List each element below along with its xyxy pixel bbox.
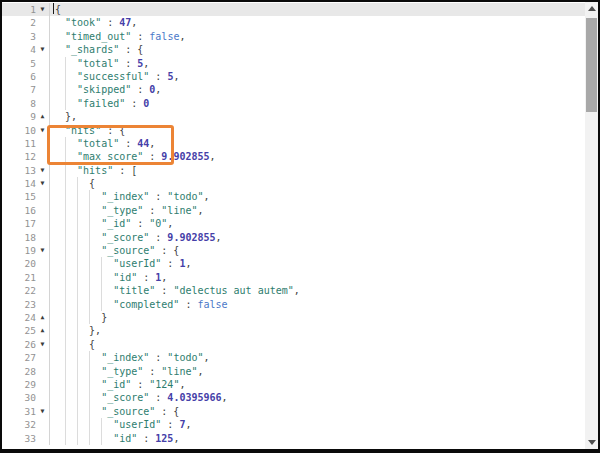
code-line-text[interactable]: "_shards" : { xyxy=(49,43,585,56)
line-number[interactable]: 30 xyxy=(2,391,36,404)
line-number[interactable]: 16 xyxy=(2,204,36,217)
indent-guide xyxy=(53,231,65,244)
fold-open-icon[interactable]: ▼ xyxy=(36,43,49,56)
fold-close-icon[interactable]: ▲ xyxy=(36,311,49,324)
token-key: "hits" xyxy=(77,165,113,176)
line-number[interactable]: 20 xyxy=(2,257,36,270)
line-number[interactable]: 25 xyxy=(2,324,36,337)
code-line-text[interactable]: "_score" : 4.0395966, xyxy=(49,391,585,404)
code-line-text[interactable]: "max_score" : 9.902855, xyxy=(49,150,585,163)
code-line-text[interactable]: "skipped" : 0, xyxy=(49,83,585,96)
fold-open-icon[interactable]: ▼ xyxy=(36,124,49,137)
fold-open-icon[interactable]: ▼ xyxy=(36,177,49,190)
line-number[interactable]: 15 xyxy=(2,190,36,203)
fold-open-icon[interactable]: ▼ xyxy=(36,164,49,177)
line-number[interactable]: 13 xyxy=(2,164,36,177)
token-kw: false xyxy=(149,31,179,42)
line-number[interactable]: 1 xyxy=(2,3,36,16)
code-line-text[interactable]: "_index" : "todo", xyxy=(49,351,585,364)
line-number[interactable]: 5 xyxy=(2,57,36,70)
code-line-text[interactable]: "_id" : "124", xyxy=(49,378,585,391)
line-number[interactable]: 27 xyxy=(2,351,36,364)
code-line-text[interactable]: "id" : 125, xyxy=(49,432,585,445)
code-line-text[interactable]: "_type" : "line", xyxy=(49,365,585,378)
line-number[interactable]: 17 xyxy=(2,217,36,230)
code-line-text[interactable]: "successful" : 5, xyxy=(49,70,585,83)
vertical-scrollbar[interactable] xyxy=(585,2,598,449)
token-punct: { xyxy=(89,178,95,189)
line-number[interactable]: 9 xyxy=(2,110,36,123)
line-number[interactable]: 14 xyxy=(2,177,36,190)
token-num: 125 xyxy=(155,433,173,444)
code-line-text[interactable]: "_id" : "0", xyxy=(49,217,585,230)
code-line-text[interactable]: "completed" : false xyxy=(49,298,585,311)
token-punct: : xyxy=(149,191,167,202)
line-number[interactable]: 7 xyxy=(2,83,36,96)
code-line-text[interactable]: "userId" : 7, xyxy=(49,418,585,431)
code-line-text[interactable]: "total" : 44, xyxy=(49,137,585,150)
code-area[interactable]: 1▼{2"took" : 47,3"timed_out" : false,4▼"… xyxy=(2,2,585,449)
line-number[interactable]: 6 xyxy=(2,70,36,83)
line-number[interactable]: 33 xyxy=(2,432,36,445)
line-number[interactable]: 3 xyxy=(2,30,36,43)
line-number[interactable]: 11 xyxy=(2,137,36,150)
code-line: 13▼"hits" : [ xyxy=(2,164,585,177)
scroll-up-button[interactable] xyxy=(585,2,598,15)
token-punct: , xyxy=(197,205,203,216)
text-caret xyxy=(53,3,54,14)
line-number[interactable]: 2 xyxy=(2,16,36,29)
code-line-text[interactable]: "timed_out" : false, xyxy=(49,30,585,43)
line-number[interactable]: 23 xyxy=(2,298,36,311)
code-line-text[interactable]: "id" : 1, xyxy=(49,271,585,284)
token-key: "_score" xyxy=(101,232,149,243)
indent-guide xyxy=(77,244,89,257)
line-number[interactable]: 4 xyxy=(2,43,36,56)
code-line-text[interactable]: }, xyxy=(49,324,585,337)
line-number[interactable]: 8 xyxy=(2,97,36,110)
code-line-text[interactable]: "userId" : 1, xyxy=(49,257,585,270)
token-str: "todo" xyxy=(167,191,203,202)
code-line-text[interactable]: { xyxy=(49,177,585,190)
code-line-text[interactable]: "title" : "delectus aut autem", xyxy=(49,284,585,297)
line-number[interactable]: 10 xyxy=(2,124,36,137)
line-number[interactable]: 29 xyxy=(2,378,36,391)
indent-guide xyxy=(65,177,77,190)
line-number[interactable]: 26 xyxy=(2,338,36,351)
line-number[interactable]: 31 xyxy=(2,405,36,418)
line-number[interactable]: 21 xyxy=(2,271,36,284)
fold-open-icon[interactable]: ▼ xyxy=(36,3,49,16)
code-line-text[interactable]: { xyxy=(49,3,585,16)
code-line-text[interactable]: "_source" : { xyxy=(49,405,585,418)
line-number[interactable]: 19 xyxy=(2,244,36,257)
line-number[interactable]: 12 xyxy=(2,150,36,163)
line-number[interactable]: 22 xyxy=(2,284,36,297)
scroll-down-button[interactable] xyxy=(585,436,598,449)
code-line: 3"timed_out" : false, xyxy=(2,30,585,43)
code-line-text[interactable]: "hits" : [ xyxy=(49,164,585,177)
code-line-text[interactable]: "total" : 5, xyxy=(49,57,585,70)
fold-open-icon[interactable]: ▼ xyxy=(36,405,49,418)
fold-open-icon[interactable]: ▼ xyxy=(36,244,49,257)
code-line-text[interactable]: "took" : 47, xyxy=(49,16,585,29)
token-punct: : xyxy=(179,299,197,310)
line-number[interactable]: 24 xyxy=(2,311,36,324)
code-line-text[interactable]: "_type" : "line", xyxy=(49,204,585,217)
code-line-text[interactable]: }, xyxy=(49,110,585,123)
indent-guide xyxy=(53,204,65,217)
code-line-text[interactable]: "_source" : { xyxy=(49,244,585,257)
code-line-text[interactable]: "_score" : 9.902855, xyxy=(49,231,585,244)
indent-guide xyxy=(53,338,65,351)
fold-open-icon[interactable]: ▼ xyxy=(36,338,49,351)
code-line-text[interactable]: "_index" : "todo", xyxy=(49,190,585,203)
fold-close-icon[interactable]: ▲ xyxy=(36,110,49,123)
indent-guide xyxy=(89,311,101,324)
code-line-text[interactable]: { xyxy=(49,338,585,351)
code-line-text[interactable]: "hits" : { xyxy=(49,124,585,137)
scrollbar-thumb[interactable] xyxy=(586,18,597,112)
line-number[interactable]: 28 xyxy=(2,365,36,378)
code-line-text[interactable]: } xyxy=(49,311,585,324)
code-line-text[interactable]: "failed" : 0 xyxy=(49,97,585,110)
line-number[interactable]: 18 xyxy=(2,231,36,244)
line-number[interactable]: 32 xyxy=(2,418,36,431)
fold-close-icon[interactable]: ▲ xyxy=(36,324,49,337)
